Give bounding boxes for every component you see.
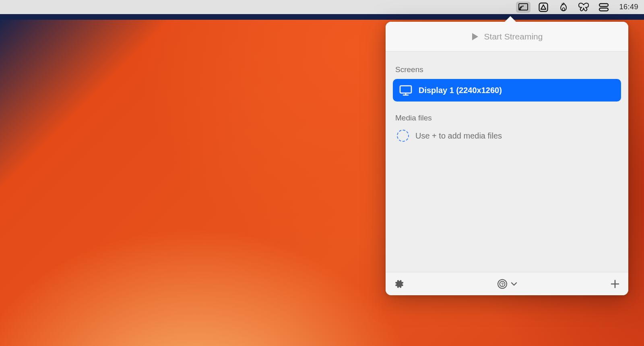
flame-icon[interactable] <box>556 2 571 13</box>
chevron-down-icon <box>511 282 517 286</box>
streaming-popover: Start Streaming Screens Display 1 (2240x… <box>386 22 628 295</box>
screen-item-display-1[interactable]: Display 1 (2240x1260) <box>393 79 621 102</box>
macos-menubar: 16:49 <box>0 0 644 14</box>
svg-rect-4 <box>400 86 411 93</box>
svg-rect-2 <box>599 4 608 6</box>
add-media-button[interactable] <box>611 280 619 288</box>
cast-target-icon: ? <box>497 279 508 289</box>
monitor-icon <box>399 85 412 96</box>
triangle-app-icon[interactable] <box>536 2 551 13</box>
desktop-dark-strip <box>0 14 644 20</box>
start-streaming-button[interactable]: Start Streaming <box>386 22 628 52</box>
menubar-clock: 16:49 <box>619 3 638 11</box>
popover-body-container: Start Streaming Screens Display 1 (2240x… <box>386 22 628 295</box>
cast-menu-icon[interactable] <box>516 2 530 13</box>
svg-point-0 <box>520 8 521 10</box>
media-files-section-label: Media files <box>393 102 621 127</box>
butterfly-icon[interactable] <box>576 2 591 13</box>
popover-footer: ? <box>386 272 628 295</box>
svg-rect-3 <box>599 8 608 11</box>
dashed-circle-icon <box>397 130 409 142</box>
svg-rect-1 <box>539 3 548 11</box>
screen-item-label: Display 1 (2240x1260) <box>419 86 502 95</box>
popover-arrow <box>504 16 516 22</box>
screens-section-label: Screens <box>393 60 621 79</box>
media-placeholder-row: Use + to add media files <box>393 127 621 144</box>
media-placeholder-text: Use + to add media files <box>415 131 502 141</box>
settings-button[interactable] <box>394 279 404 289</box>
stacked-bars-icon[interactable] <box>597 2 611 13</box>
start-streaming-label: Start Streaming <box>484 32 543 41</box>
play-icon <box>471 33 479 41</box>
gear-icon <box>394 279 404 289</box>
device-selector-button[interactable]: ? <box>497 279 517 289</box>
plus-icon <box>611 280 619 288</box>
svg-text:?: ? <box>501 282 504 286</box>
